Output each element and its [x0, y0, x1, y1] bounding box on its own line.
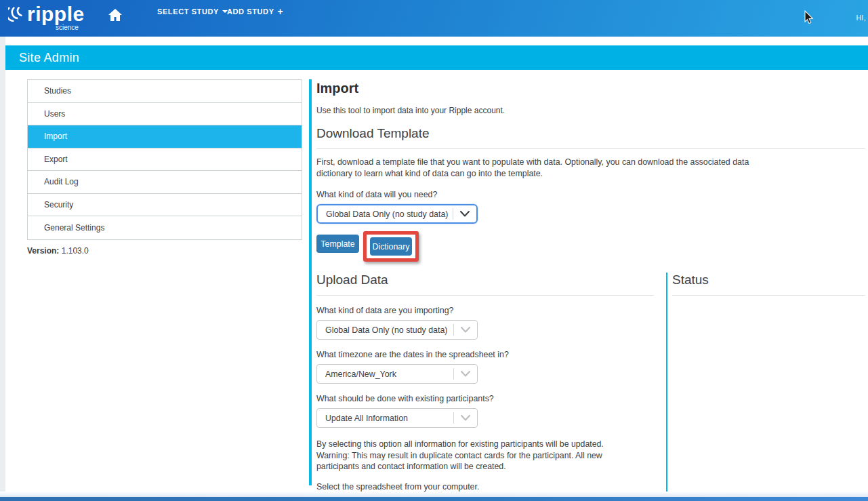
importing-kind-select[interactable]: Global Data Only (no study data)	[316, 320, 478, 340]
timezone-value: America/New_York	[317, 369, 453, 379]
sidebar-item-general-settings[interactable]: General Settings	[28, 216, 302, 239]
plus-icon: +	[278, 8, 284, 15]
download-template-header: Download Template	[316, 126, 865, 149]
version-info: Version: 1.103.0	[27, 246, 89, 256]
annotation-highlight-box: Dictionary	[363, 231, 419, 262]
upload-data-heading: Upload Data	[316, 273, 388, 287]
page: ripple science SELECT STUDY ADD STUDY + …	[0, 0, 868, 501]
data-kind-value: Global Data Only (no study data)	[318, 209, 453, 219]
content-divider	[309, 79, 312, 485]
import-heading: Import	[316, 81, 865, 96]
download-template-heading: Download Template	[316, 126, 430, 140]
site-admin-banner: Site Admin	[5, 45, 868, 70]
existing-participants-select[interactable]: Update All Information	[316, 408, 478, 428]
top-navbar: ripple science SELECT STUDY ADD STUDY + …	[0, 0, 868, 37]
data-kind-label: What kind of data will you need?	[316, 190, 865, 199]
dictionary-button[interactable]: Dictionary	[370, 237, 412, 256]
sidebar-item-security[interactable]: Security	[28, 194, 302, 217]
status-section: Status	[672, 273, 865, 501]
version-label: Version:	[27, 246, 59, 256]
file-select-label: Select the spreadsheet from your compute…	[316, 482, 654, 492]
timezone-select[interactable]: America/New_York	[316, 364, 478, 384]
existing-participants-value: Update All Information	[317, 414, 453, 423]
left-gutter	[0, 37, 5, 497]
user-greeting[interactable]: HI,	[856, 14, 866, 22]
chevron-down-icon	[454, 371, 477, 377]
timezone-label: What timezone are the dates in the sprea…	[316, 350, 654, 359]
upload-data-header: Upload Data	[316, 273, 654, 296]
update-warning-text: By selecting this option all information…	[316, 439, 638, 473]
sidebar-item-studies[interactable]: Studies	[28, 80, 302, 103]
chevron-down-icon	[453, 211, 476, 217]
status-divider	[666, 273, 667, 501]
select-study-menu[interactable]: SELECT STUDY	[157, 7, 228, 16]
importing-kind-label: What kind of data are you importing?	[316, 306, 654, 315]
sidebar-item-audit-log[interactable]: Audit Log	[28, 171, 302, 194]
ripple-wave-icon	[8, 4, 28, 22]
page-title: Site Admin	[19, 51, 79, 65]
sidebar-item-users[interactable]: Users	[28, 103, 302, 126]
logo-text: ripple	[27, 3, 85, 26]
add-study-label: ADD STUDY	[227, 7, 274, 16]
upload-status-region: Upload Data What kind of data are you im…	[316, 273, 865, 501]
footer-fade	[0, 492, 868, 497]
sidebar-item-export[interactable]: Export	[28, 148, 302, 172]
add-study-button[interactable]: ADD STUDY +	[227, 7, 283, 16]
data-kind-select[interactable]: Global Data Only (no study data)	[316, 204, 478, 224]
download-description: First, download a template file that you…	[316, 157, 765, 180]
template-button-row: Template Dictionary	[316, 231, 865, 260]
status-heading: Status	[672, 273, 709, 287]
select-study-label: SELECT STUDY	[157, 7, 219, 16]
existing-participants-label: What should be done with existing partic…	[316, 394, 654, 403]
sidebar-item-import[interactable]: Import	[28, 125, 302, 148]
upload-data-section: Upload Data What kind of data are you im…	[316, 273, 654, 501]
footer-bar	[0, 497, 868, 501]
template-button[interactable]: Template	[316, 235, 359, 253]
version-value: 1.103.0	[62, 246, 89, 256]
admin-sidebar: Studies Users Import Export Audit Log Se…	[27, 79, 302, 240]
import-panel: Import Use this tool to import data into…	[316, 79, 865, 501]
import-intro: Use this tool to import data into your R…	[316, 106, 865, 115]
status-header: Status	[672, 273, 865, 296]
importing-kind-value: Global Data Only (no study data)	[317, 325, 453, 335]
chevron-down-icon	[454, 327, 477, 333]
chevron-down-icon	[454, 415, 477, 421]
home-icon[interactable]	[107, 7, 123, 23]
logo-subtext: science	[56, 24, 79, 31]
